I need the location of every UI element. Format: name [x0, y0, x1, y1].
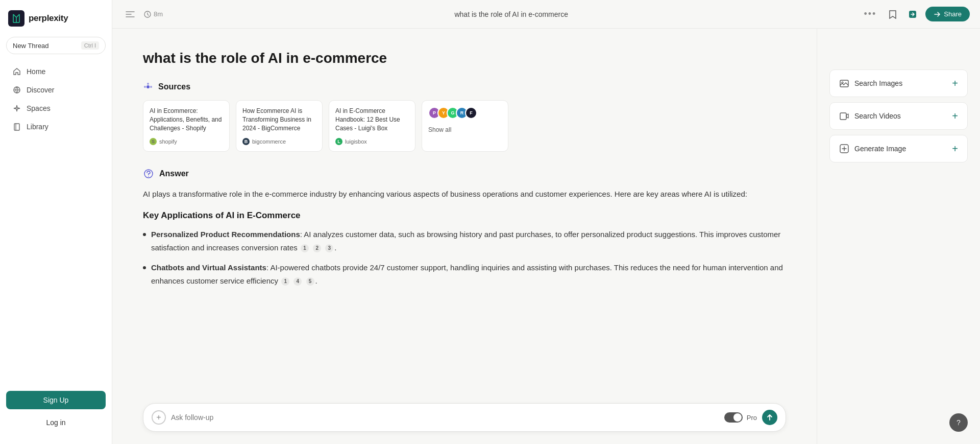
answer-list: Personalized Product Recommendations: AI…	[143, 228, 786, 287]
login-button[interactable]: Log in	[6, 413, 106, 432]
signup-button[interactable]: Sign Up	[6, 391, 106, 409]
new-thread-button[interactable]: New Thread Ctrl I	[6, 37, 106, 54]
source-favicon-0: S shopify	[150, 138, 223, 145]
right-sidebar: Search Images + Search Videos +	[817, 29, 980, 444]
citation-1-4[interactable]: 4	[293, 277, 302, 286]
generate-image-label: Generate Image	[854, 145, 906, 153]
source-title-1: How Ecommerce AI is Transforming Busines…	[242, 107, 316, 132]
list-item-0: Personalized Product Recommendations: AI…	[143, 228, 786, 254]
bullet-1	[143, 266, 146, 269]
sidebar: perplexity New Thread Ctrl I Home Discov…	[0, 0, 112, 444]
generate-image-plus: +	[952, 144, 958, 154]
source-title-2: AI in E-Commerce Handbook: 12 Best Use C…	[335, 107, 409, 132]
bookmark-button[interactable]	[886, 7, 900, 22]
sparkle-icon	[12, 104, 21, 113]
source-favicon-2: L luigisbox	[335, 138, 409, 145]
answer-title: Answer	[159, 169, 189, 178]
citation-0-2[interactable]: 2	[313, 244, 321, 252]
submit-button[interactable]	[762, 410, 777, 425]
page-title: what is the role of AI in e-commerce	[143, 49, 786, 67]
topbar-title: what is the role of AI in e-commerce	[169, 10, 853, 18]
follow-up-area: + Pro	[143, 403, 786, 432]
source-domain-1: bigcommerce	[252, 138, 286, 145]
help-button[interactable]: ?	[949, 413, 968, 432]
share-button[interactable]: Share	[925, 7, 970, 21]
source-card-0[interactable]: AI in Ecommerce: Applications, Benefits,…	[143, 100, 230, 151]
home-label: Home	[27, 67, 45, 76]
new-thread-shortcut: Ctrl I	[81, 41, 99, 50]
search-images-action[interactable]: Search Images +	[829, 69, 968, 97]
generate-image-action[interactable]: Generate Image +	[829, 135, 968, 162]
show-all-card[interactable]: P Y G R F Show all	[422, 100, 508, 151]
topbar-actions: ••• Share	[860, 7, 970, 22]
svg-point-7	[150, 86, 152, 88]
home-icon	[12, 67, 21, 76]
logo: perplexity	[0, 6, 112, 35]
source-avatars: P Y G R F	[428, 107, 474, 119]
svg-rect-11	[840, 80, 848, 87]
link-button[interactable]	[905, 7, 920, 22]
globe-icon	[12, 85, 21, 95]
content-area: what is the role of AI in e-commerce Sou…	[112, 29, 980, 444]
main-area: 8m what is the role of AI in e-commerce …	[112, 0, 980, 444]
citation-1-5[interactable]: 5	[306, 277, 314, 286]
time-value: 8m	[154, 10, 163, 18]
avatar-4: F	[465, 107, 477, 119]
library-label: Library	[27, 123, 48, 131]
show-all-label: Show all	[428, 126, 451, 133]
sources-icon	[143, 82, 153, 92]
follow-up-input[interactable]	[171, 413, 719, 422]
input-container: + Pro	[143, 403, 786, 432]
logo-text: perplexity	[29, 13, 68, 24]
answer-heading: Key Applications of AI in E-Commerce	[143, 211, 786, 221]
pro-toggle: Pro	[724, 412, 757, 423]
search-videos-plus: +	[952, 111, 958, 121]
submit-icon	[766, 414, 773, 421]
pro-switch[interactable]	[724, 412, 743, 423]
share-label: Share	[944, 10, 962, 18]
generate-image-left: Generate Image	[839, 144, 906, 154]
bullet-0	[143, 233, 146, 236]
svg-point-5	[146, 85, 150, 88]
more-options-button[interactable]: •••	[860, 7, 880, 21]
source-domain-2: luigisbox	[345, 138, 367, 145]
sidebar-item-home[interactable]: Home	[4, 63, 108, 80]
main-content: what is the role of AI in e-commerce Sou…	[112, 29, 817, 444]
spaces-label: Spaces	[27, 104, 51, 112]
sources-grid: AI in Ecommerce: Applications, Benefits,…	[143, 100, 786, 151]
list-bold-1: Chatbots and Virtual Assistants	[151, 263, 266, 272]
add-context-button[interactable]: +	[152, 410, 166, 425]
search-videos-action[interactable]: Search Videos +	[829, 102, 968, 130]
search-images-plus: +	[952, 78, 958, 88]
list-item-text-1: Chatbots and Virtual Assistants: AI-powe…	[151, 261, 786, 287]
svg-point-12	[842, 82, 843, 83]
topbar: 8m what is the role of AI in e-commerce …	[112, 0, 980, 29]
source-favicon-1: B bigcommerce	[242, 138, 316, 145]
sources-header: Sources	[143, 82, 786, 92]
citation-0-3[interactable]: 3	[325, 244, 333, 252]
svg-rect-13	[840, 113, 846, 120]
citation-1-1[interactable]: 1	[281, 277, 289, 286]
collapse-sidebar-button[interactable]	[122, 8, 138, 21]
time-indicator: 8m	[144, 10, 163, 18]
answer-icon	[143, 168, 154, 179]
generate-icon	[839, 144, 849, 154]
search-images-label: Search Images	[854, 79, 902, 87]
citation-0-1[interactable]: 1	[301, 244, 309, 252]
discover-label: Discover	[27, 86, 54, 94]
search-images-left: Search Images	[839, 78, 902, 88]
sources-title: Sources	[158, 82, 190, 91]
source-card-1[interactable]: How Ecommerce AI is Transforming Busines…	[236, 100, 323, 151]
svg-point-10	[148, 176, 149, 177]
answer-section: Answer AI plays a transformative role in…	[143, 168, 786, 288]
sidebar-item-discover[interactable]: Discover	[4, 81, 108, 99]
source-card-2[interactable]: AI in E-Commerce Handbook: 12 Best Use C…	[329, 100, 415, 151]
images-icon	[839, 78, 849, 88]
sidebar-item-library[interactable]: Library	[4, 118, 108, 135]
videos-icon	[839, 111, 849, 121]
book-icon	[12, 122, 21, 131]
list-bold-0: Personalized Product Recommendations	[151, 230, 300, 239]
answer-intro-text: AI plays a transformative role in the e-…	[143, 188, 786, 201]
svg-point-8	[147, 83, 149, 85]
sidebar-item-spaces[interactable]: Spaces	[4, 100, 108, 117]
